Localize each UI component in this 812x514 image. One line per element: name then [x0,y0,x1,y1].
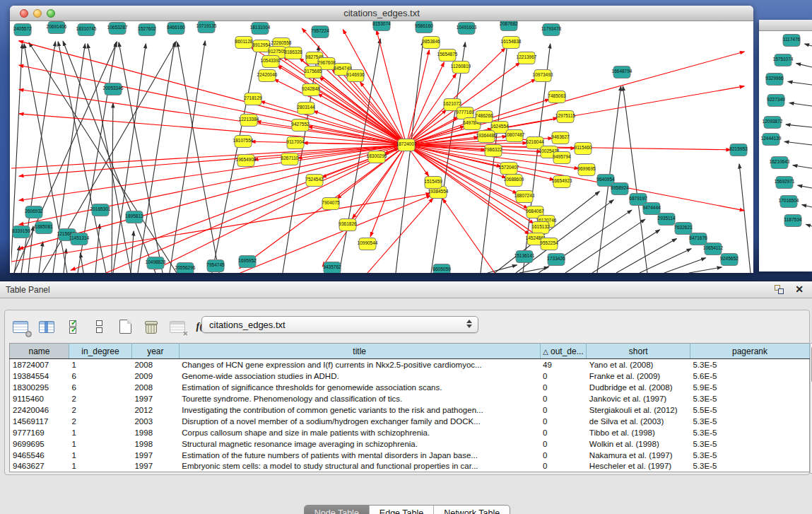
network-node[interactable]: 1885081 [35,222,53,234]
network-node[interactable]: 16648794 [612,66,632,78]
network-node[interactable]: 20053346 [103,83,124,95]
table-cell[interactable]: Franke et al. (2009) [587,370,690,382]
network-node[interactable]: 20691406 [47,22,67,34]
table-cell[interactable]: 5.9E-5 [690,382,810,393]
table-cell[interactable]: 5.6E-5 [690,370,810,382]
table-row[interactable]: 969969511998Structural magnetic resonanc… [10,438,810,450]
network-node[interactable]: 2935114 [658,214,676,226]
table-cell[interactable]: 1 [69,461,131,472]
network-node[interactable]: 10807487 [505,130,525,142]
network-node[interactable]: 22420046 [257,70,278,82]
network-node[interactable]: 9699695 [577,164,596,176]
network-node[interactable]: 7486266 [475,111,493,123]
network-node[interactable]: 9242848 [302,84,320,96]
table-cell[interactable]: 9463627 [10,461,69,472]
table-cell[interactable]: 2 [69,416,131,427]
network-node[interactable]: 7904075 [322,198,340,210]
table-cell[interactable]: 2 [69,404,131,416]
table-cell[interactable]: 5.3E-5 [690,359,810,370]
network-node[interactable]: 10719135 [196,21,217,33]
network-node[interactable]: 8471676 [689,233,707,245]
table-row[interactable]: 1456911722003Disruption of a novel membe… [10,416,810,427]
table-cell[interactable]: 0 [540,370,587,382]
network-node[interactable]: 3175685 [304,66,322,78]
table-cell[interactable]: 0 [540,393,587,404]
table-cell[interactable]: Embryonic stem cells: a model to study s… [179,461,540,472]
network-node[interactable]: 1895813 [125,211,143,223]
network-node[interactable]: 1187534 [784,215,802,227]
tab-edge-table[interactable]: Edge Table [370,506,434,514]
table-cell[interactable]: Corpus callosum shape and size in male p… [179,427,540,438]
table-cell[interactable]: 9699695 [10,438,69,450]
network-node[interactable]: 9117004 [287,137,305,149]
network-node[interactable]: 15720407 [499,163,519,175]
network-node[interactable]: 16210643 [770,157,790,169]
table-cell[interactable]: 0 [540,450,587,461]
table-cell[interactable]: 1 [69,450,131,461]
network-node[interactable]: 12093872 [763,117,783,129]
network-node[interactable]: 10990544 [358,238,378,250]
table-cell[interactable]: 2003 [131,416,179,427]
network-node[interactable]: 12444139 [761,134,782,146]
network-node[interactable]: 18310745 [76,24,97,36]
network-node[interactable]: 16654923 [552,176,572,188]
network-node[interactable]: 1527602 [138,24,156,36]
table-row[interactable]: 1938455462009Genome-wide association stu… [10,370,810,382]
column-header[interactable]: pagerank [690,344,810,359]
table-cell[interactable]: 2008 [131,359,179,370]
table-cell[interactable]: Yano et al. (2008) [587,359,690,370]
network-node[interactable]: 2718129 [244,93,262,105]
network-node[interactable]: 11451314 [69,233,90,245]
network-node[interactable]: 2606932 [25,206,43,218]
table-cell[interactable]: 5.5E-5 [690,404,810,416]
network-node[interactable]: 17016504 [779,196,799,208]
network-node[interactable]: 9586160 [415,21,433,33]
table-row[interactable]: 977716911998Corpus callosum shape and si… [10,427,810,438]
network-canvas[interactable] [11,21,753,273]
table-cell[interactable]: 5.3E-5 [690,427,810,438]
select-column-icon[interactable] [38,319,55,334]
table-cell[interactable]: 14569117 [10,416,69,427]
network-view-window[interactable]: citations_edges.txt [10,6,753,273]
table-cell[interactable]: Investigating the contribution of common… [179,404,540,416]
table-settings-icon[interactable] [12,319,29,334]
table-cell[interactable]: 6 [69,382,131,393]
network-node[interactable]: 7954745 [206,260,225,272]
network-node[interactable]: 9329966 [765,74,784,86]
network-node[interactable]: 9495794 [553,152,571,164]
network-node[interactable]: 10653287 [107,23,128,35]
network-node[interactable]: 2803144 [297,103,315,115]
network-node[interactable]: 1695952 [238,256,257,268]
network-node[interactable]: 1515459 [424,177,442,189]
network-node[interactable]: 2405572 [13,24,32,36]
network-node[interactable]: 8958924 [611,183,629,195]
network-node[interactable]: 18724007 [396,139,417,151]
tab-network-table[interactable]: Network Table [434,506,510,514]
column-header[interactable]: title [179,344,540,359]
network-node[interactable]: 8601128 [235,37,253,49]
table-row[interactable]: 1830029562008Estimation of significance … [10,382,810,393]
network-node[interactable]: 10973493 [533,70,553,82]
network-node[interactable]: 9115460 [575,143,592,155]
table-cell[interactable]: 5.3E-5 [690,393,810,404]
table-cell[interactable]: 5.3E-5 [690,450,810,461]
table-row[interactable]: 946362711997Embryonic stem cells: a mode… [10,461,810,472]
network-node[interactable]: 18807243 [514,191,535,203]
select-rows-icon[interactable] [64,319,81,334]
table-cell[interactable]: Structural magnetic resonance image aver… [179,438,540,450]
network-node[interactable]: 18300295 [367,151,387,163]
close-panel-icon[interactable]: ✕ [795,284,804,295]
network-node[interactable]: 20556296 [175,263,196,275]
table-cell[interactable]: 19384554 [10,370,69,382]
table-row[interactable]: 2242004622012Investigating the contribut… [10,404,810,416]
network-node[interactable]: 9361826 [339,219,357,231]
network-node[interactable]: 9853846 [422,37,440,49]
table-row[interactable]: 1872400712008Changes of HCN gene express… [10,359,810,370]
table-cell[interactable]: 1997 [131,393,179,404]
table-cell[interactable]: 0 [540,461,587,472]
network-node[interactable]: 7957224 [311,26,329,38]
network-node[interactable]: 18107554 [233,136,254,148]
network-node[interactable]: 10498828 [146,257,166,269]
table-cell[interactable]: 2008 [131,382,179,393]
table-cell[interactable]: 1998 [131,427,179,438]
